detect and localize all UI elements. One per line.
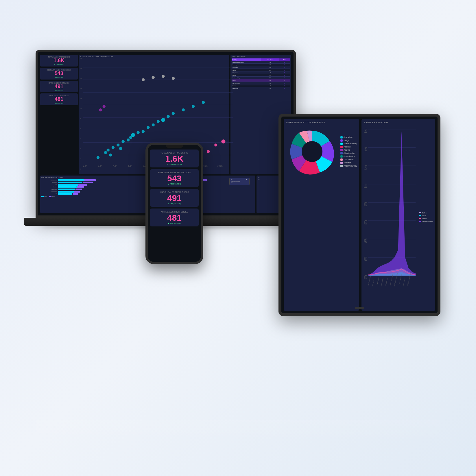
legend-yoga: #yoga	[340, 139, 357, 142]
svg-point-33	[172, 77, 175, 80]
laptop-stat-3-value: 491	[42, 84, 76, 90]
saves-title: SAVES BY HASHTAGS	[364, 121, 433, 124]
svg-point-26	[172, 112, 175, 115]
svg-text:4.0K: 4.0K	[113, 165, 117, 167]
svg-text:18.0K: 18.0K	[217, 165, 223, 167]
saves-chart-area: SAVES BY HASHTAGS 1.6K 1.4K 1.2K 1.0K 0.…	[361, 119, 435, 311]
legend-hormones: #hormones	[340, 158, 357, 161]
legend-ketosisdieting: #ketosisdieting	[340, 143, 357, 145]
laptop-stat-1-change: ▲ 1,196(295.46%)	[42, 64, 76, 65]
svg-point-8	[97, 156, 99, 159]
svg-point-29	[202, 101, 205, 104]
phone-stat-2-value: 543	[152, 174, 196, 183]
svg-text:1.2K: 1.2K	[364, 164, 367, 171]
svg-point-18	[131, 133, 135, 137]
svg-text:0.0K: 0.0K	[364, 274, 367, 281]
svg-text:2.0K: 2.0K	[98, 165, 102, 167]
laptop-stat-3-change: ▲ 346(334.01%)	[42, 89, 76, 91]
laptop-stat-4-change: ▲ 302(302.52%)	[42, 102, 76, 104]
phone-stat-3-value: 491	[152, 193, 196, 203]
svg-point-25	[167, 115, 169, 118]
svg-point-14	[119, 147, 122, 150]
phone-stat-4-change: ▲ 302(302.52%)	[152, 222, 196, 224]
svg-text:1.6K: 1.6K	[364, 128, 367, 134]
laptop-stat-4: APRIL SALES FROM CLICKS 481 ▲ 302(302.52…	[40, 93, 78, 105]
laptop-stat-3: MARCH SALES FROM CLICKS 491 ▲ 346(334.01…	[40, 81, 78, 93]
conv-row-8: #latas633	[232, 79, 290, 82]
svg-text:0.2K: 0.2K	[364, 256, 367, 262]
svg-point-16	[127, 139, 130, 141]
svg-text:6.0K: 6.0K	[128, 165, 132, 167]
legend-cardio: #cardio	[340, 149, 357, 151]
laptop-stat-4-value: 481	[42, 97, 76, 102]
conv-row-2: #clearing605	[232, 64, 290, 66]
legend-planks: #planks	[340, 146, 357, 148]
phone: TOTAL SALES FROM CLICKS 1.6K ▲ 1,196(295…	[145, 143, 203, 264]
saves-legend-sales: Sales	[419, 212, 433, 214]
svg-marker-69	[368, 131, 416, 276]
pie-chart-area: IMPRESSIONS BY TOP HASH TAGS	[284, 119, 359, 311]
conv-row-10: #recipe451	[232, 84, 290, 87]
phone-stat-3-change: ▲ 344(334.01%)	[152, 203, 196, 204]
svg-text:0.0K: 0.0K	[83, 165, 87, 167]
phone-stat-2: FEBRUARY SALES FROM CLICKS 543 ▲ 435(502…	[150, 169, 199, 187]
conv-row-11: #skinhealth522	[232, 87, 290, 90]
phone-stat-4-value: 481	[152, 213, 196, 222]
conv-row-3: #catsclaw14012	[232, 66, 290, 69]
phone-stat-3: MARCH SALES FROM CLICKS 491 ▲ 344(334.01…	[150, 189, 199, 207]
laptop-stat-2: FEBRUARY SALES FROM CLICKS 543 ▲ 436(502…	[40, 68, 78, 80]
svg-point-31	[152, 76, 154, 79]
svg-point-35	[214, 143, 217, 146]
conversions-data-table: Hashtag Link Clicks Sales #autoimmunepro…	[232, 58, 290, 89]
conv-row-9: #strongwomen481	[232, 82, 290, 84]
svg-text:1.4K: 1.4K	[364, 146, 367, 152]
legend-catsclaw: #catsclaw	[340, 136, 357, 139]
svg-text:#cardio: #cardio	[385, 277, 388, 287]
phone-stat-3-label: MARCH SALES FROM CLICKS	[152, 191, 196, 193]
svg-point-12	[112, 146, 115, 149]
svg-point-17	[129, 136, 132, 139]
conv-row-4: #yoga1503	[232, 69, 290, 71]
svg-point-9	[104, 151, 107, 154]
phone-stat-1-label: TOTAL SALES FROM CLICKS	[152, 152, 196, 154]
tablet: IMPRESSIONS BY TOP HASH TAGS	[278, 114, 440, 316]
svg-point-24	[161, 118, 165, 122]
svg-text:#yoga: #yoga	[372, 278, 374, 287]
conv-row-6: #funny472	[232, 74, 290, 77]
svg-text:0.6K: 0.6K	[364, 219, 367, 226]
legend-brainhealth: #brainhealth	[340, 155, 357, 158]
svg-point-34	[207, 150, 210, 153]
legend-dysfunction: #dysfunction	[340, 152, 357, 154]
phone-stat-2-label: FEBRUARY SALES FROM CLICKS	[152, 171, 196, 174]
phone-stat-4-label: APRIL SALES FROM CLICKS	[152, 211, 196, 213]
conversions-title: TOP CONVERSIONS	[232, 56, 290, 58]
svg-text:#planks: #planks	[381, 277, 383, 287]
svg-point-30	[142, 78, 145, 81]
svg-point-37	[99, 108, 102, 111]
svg-point-28	[192, 105, 195, 108]
pie-chart-svg	[286, 126, 338, 178]
svg-text:#catsclaw: #catsclaw	[368, 274, 371, 287]
svg-text:#vocasit: #vocasit	[403, 276, 405, 287]
saves-svg-chart: 1.6K 1.4K 1.2K 1.0K 0.8K 0.6K 0.4K 0.2K …	[364, 126, 416, 309]
phone-body: TOTAL SALES FROM CLICKS 1.6K ▲ 1,196(295…	[145, 143, 203, 264]
saves-legend-likes: Likes	[419, 215, 433, 217]
laptop-stat-2-value: 543	[42, 71, 76, 77]
conv-header-sales: Sales	[279, 58, 290, 61]
svg-point-22	[152, 123, 154, 126]
svg-point-15	[121, 140, 124, 143]
conv-row-5: #doglovers419	[232, 71, 290, 74]
svg-point-38	[103, 105, 106, 108]
phone-stat-2-change: ▲ 435(502.78%)	[152, 183, 196, 185]
legend-healthjourney: #healthjourney	[340, 165, 357, 167]
svg-text:#ketosis...: #ketosis...	[377, 274, 380, 287]
svg-text:0.4K: 0.4K	[364, 237, 367, 244]
svg-point-13	[117, 143, 119, 146]
saves-legend-saves: Sum of Saves	[419, 221, 433, 222]
svg-point-11	[109, 154, 112, 156]
tablet-screen: IMPRESSIONS BY TOP HASH TAGS	[281, 117, 438, 313]
conv-row-1: #autoimmuneprotocol530	[232, 61, 290, 64]
conv-row-7: #ketosisdieting1296	[232, 77, 290, 79]
phone-stat-1-value: 1.6K	[152, 154, 196, 163]
feb-bar-chart: FEB TOP HASHTAGS TO SALES #ketosisdietin…	[40, 176, 147, 213]
